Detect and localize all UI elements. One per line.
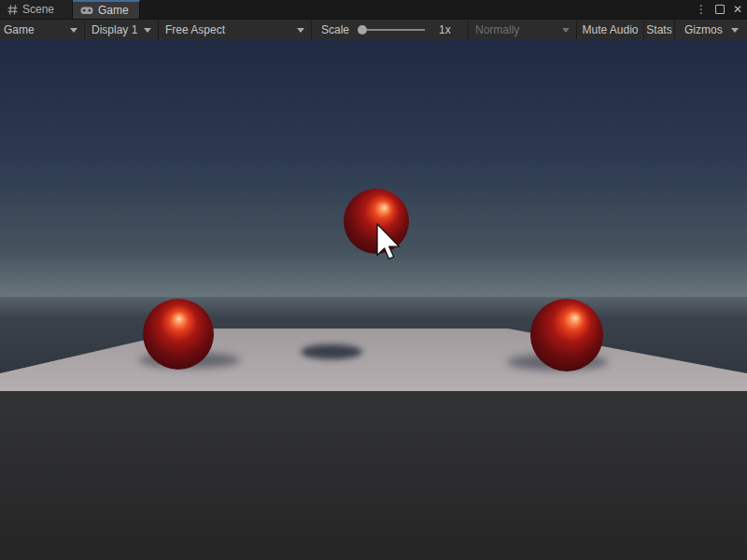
mute-audio-label: Mute Audio — [582, 23, 638, 36]
tab-scene-label: Scene — [22, 3, 54, 16]
chevron-down-icon — [144, 28, 151, 33]
tab-game[interactable]: Game — [73, 0, 140, 19]
view-mode-label: Game — [4, 23, 35, 36]
mute-audio-button[interactable]: Mute Audio — [577, 20, 644, 40]
sky — [0, 40, 747, 298]
scale-value: 1x — [439, 23, 451, 36]
gizmos-label: Gizmos — [684, 23, 723, 36]
scale-slider-track[interactable] — [367, 29, 425, 31]
grid-icon — [7, 5, 18, 15]
game-view-toolbar: Game Display 1 Free Aspect Scale 1x Norm… — [0, 19, 747, 40]
chevron-down-icon — [70, 28, 78, 33]
tab-game-label: Game — [98, 4, 129, 17]
tab-scene[interactable]: Scene — [0, 0, 73, 19]
view-mode-dropdown[interactable]: Game — [0, 20, 85, 40]
scale-label: Scale — [321, 23, 349, 36]
gizmos-dropdown[interactable]: Gizmos — [675, 20, 747, 40]
aspect-ratio-dropdown[interactable]: Free Aspect — [159, 20, 312, 40]
stats-button[interactable]: Stats — [644, 20, 675, 40]
stats-label: Stats — [646, 23, 671, 36]
chevron-down-icon — [731, 28, 739, 33]
close-icon[interactable]: ✕ — [733, 4, 742, 15]
aspect-ratio-label: Free Aspect — [165, 23, 225, 36]
red-sphere-left[interactable] — [143, 299, 214, 370]
red-sphere-middle[interactable] — [344, 189, 409, 254]
chevron-down-icon — [562, 28, 570, 33]
chevron-down-icon — [297, 28, 304, 33]
window-controls: ⋮ ✕ — [696, 0, 742, 19]
game-viewport[interactable] — [0, 40, 747, 560]
display-dropdown[interactable]: Display 1 — [85, 20, 159, 40]
tab-bar: Scene Game ⋮ ✕ — [0, 0, 747, 19]
display-label: Display 1 — [92, 23, 137, 36]
play-mode-label: Normally — [475, 23, 519, 36]
sphere-middle-shadow — [301, 344, 362, 359]
gamepad-icon — [80, 5, 93, 16]
unity-game-window: Scene Game ⋮ ✕ Game Display 1 — [0, 0, 747, 560]
scale-control: Scale 1x — [312, 20, 469, 40]
maximize-icon[interactable] — [715, 5, 725, 14]
red-sphere-right[interactable] — [530, 299, 603, 371]
scale-slider-knob[interactable] — [358, 25, 367, 35]
more-options-icon[interactable]: ⋮ — [696, 4, 707, 15]
foreground-ground — [0, 390, 747, 560]
play-mode-dropdown[interactable]: Normally — [469, 20, 577, 40]
